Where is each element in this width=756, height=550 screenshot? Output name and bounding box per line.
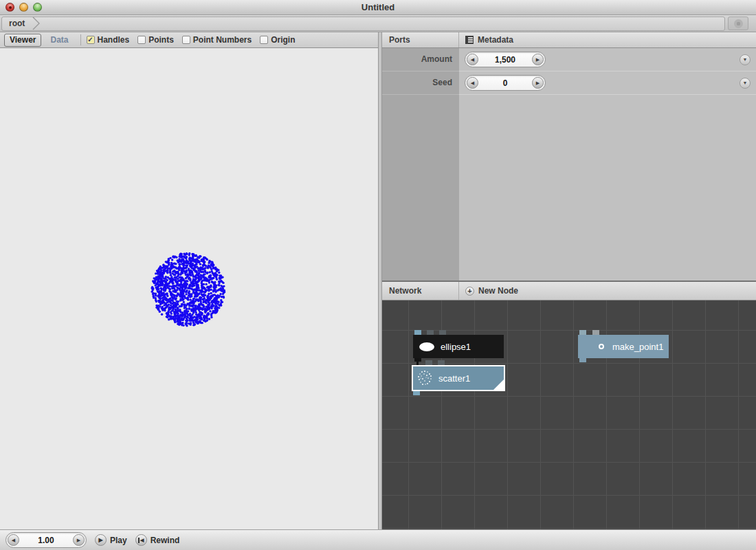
frame-stepper[interactable]: ◀ 1.00 ▶: [5, 532, 87, 548]
ports-pane: Ports Metadata Amount: [382, 32, 756, 280]
frame-increment-button[interactable]: ▶: [73, 534, 85, 546]
record-icon: [734, 19, 743, 28]
play-button[interactable]: ▶ Play: [95, 534, 127, 546]
seed-decrement-button[interactable]: ◀: [467, 77, 478, 89]
metadata-icon: [465, 36, 474, 44]
seed-stepper[interactable]: ◀ 0 ▶: [465, 75, 546, 91]
viewer-pane: Viewer Data ✓ Handles Points Point Numbe…: [0, 32, 378, 529]
node-make-point1[interactable]: make_point1: [578, 335, 669, 358]
param-label: Amount: [382, 48, 459, 72]
metadata-label: Metadata: [478, 35, 513, 45]
animation-toolbar: ◀ 1.00 ▶ ▶ Play ◀ Rewind: [0, 529, 756, 550]
checkbox-point-numbers[interactable]: Point Numbers: [182, 35, 252, 45]
checkbox-icon[interactable]: [260, 36, 268, 44]
checkbox-icon[interactable]: [182, 36, 190, 44]
breadcrumb: root: [0, 15, 756, 32]
checkbox-points[interactable]: Points: [137, 35, 174, 45]
output-port-tab[interactable]: [579, 358, 586, 362]
viewer-canvas[interactable]: [0, 48, 378, 529]
seed-value[interactable]: 0: [478, 78, 532, 88]
network-canvas[interactable]: ellipse1: [382, 300, 756, 529]
checkbox-label: Points: [148, 35, 174, 45]
port-tab[interactable]: [592, 330, 599, 335]
tab-viewer[interactable]: Viewer: [4, 34, 41, 47]
new-node-label: New Node: [478, 286, 518, 296]
node-label: make_point1: [612, 342, 663, 352]
play-icon: ▶: [95, 534, 107, 546]
frame-value[interactable]: 1.00: [19, 536, 73, 545]
checkbox-label: Origin: [271, 35, 295, 45]
node-label: scatter1: [438, 373, 470, 384]
param-row-amount: Amount ◀ 1,500 ▶ ▼: [382, 48, 756, 72]
port-tab[interactable]: [579, 330, 586, 335]
ports-title: Ports: [382, 32, 459, 47]
breadcrumb-field: root: [1, 16, 725, 31]
metadata-button[interactable]: Metadata: [459, 35, 513, 45]
viewer-tabbar: Viewer Data ✓ Handles Points Point Numbe…: [0, 32, 378, 48]
param-label: Seed: [382, 72, 459, 95]
divider: [80, 34, 81, 45]
rewind-label: Rewind: [151, 536, 180, 545]
titlebar: Untitled: [0, 0, 756, 15]
scatter-icon: [415, 369, 434, 387]
breadcrumb-action-button[interactable]: [728, 16, 748, 30]
port-tab[interactable]: [427, 330, 434, 335]
amount-disclosure-button[interactable]: ▼: [740, 54, 751, 65]
rewind-button[interactable]: ◀ Rewind: [135, 534, 180, 546]
port-tab[interactable]: [439, 330, 446, 335]
play-label: Play: [110, 536, 127, 545]
network-header: Network + New Node: [382, 282, 756, 300]
node-label: ellipse1: [441, 342, 471, 352]
checkbox-handles[interactable]: ✓ Handles: [87, 35, 130, 45]
breadcrumb-item-root[interactable]: root: [9, 19, 25, 28]
amount-increment-button[interactable]: ▶: [532, 54, 544, 65]
checkbox-icon[interactable]: ✓: [87, 36, 95, 44]
node-ellipse1[interactable]: ellipse1: [413, 335, 504, 358]
new-node-button[interactable]: + New Node: [459, 286, 518, 296]
params-area: Amount ◀ 1,500 ▶ ▼ Seed: [382, 48, 756, 280]
scatter-preview: [0, 48, 378, 529]
port-tab[interactable]: [425, 360, 432, 365]
seed-increment-button[interactable]: ▶: [532, 77, 544, 89]
output-port-tab[interactable]: [413, 391, 420, 395]
network-title: Network: [382, 282, 459, 300]
frame-decrement-button[interactable]: ◀: [8, 534, 19, 546]
ellipse-icon: [417, 342, 436, 351]
port-tab[interactable]: [438, 360, 445, 365]
checkbox-label: Point Numbers: [193, 35, 252, 45]
node-scatter1[interactable]: scatter1: [412, 365, 505, 391]
checkbox-icon[interactable]: [137, 36, 146, 44]
rendered-node-notch: [493, 380, 504, 390]
point-icon: [594, 344, 608, 349]
param-row-seed: Seed ◀ 0 ▶ ▼: [382, 72, 756, 95]
amount-stepper[interactable]: ◀ 1,500 ▶: [465, 52, 546, 67]
plus-icon: +: [465, 287, 474, 296]
amount-value[interactable]: 1,500: [478, 55, 532, 65]
rewind-icon: ◀: [135, 534, 147, 546]
window-title: Untitled: [0, 2, 756, 12]
port-tab[interactable]: [414, 330, 421, 335]
chevron-right-icon: [32, 16, 41, 30]
amount-decrement-button[interactable]: ◀: [467, 54, 478, 65]
ports-header: Ports Metadata: [382, 32, 756, 48]
seed-disclosure-button[interactable]: ▼: [740, 78, 751, 89]
checkbox-origin[interactable]: Origin: [260, 35, 295, 45]
app-window: Untitled root Viewer Data ✓ Handles: [0, 0, 756, 550]
tab-data[interactable]: Data: [45, 34, 73, 46]
checkbox-label: Handles: [98, 35, 130, 45]
